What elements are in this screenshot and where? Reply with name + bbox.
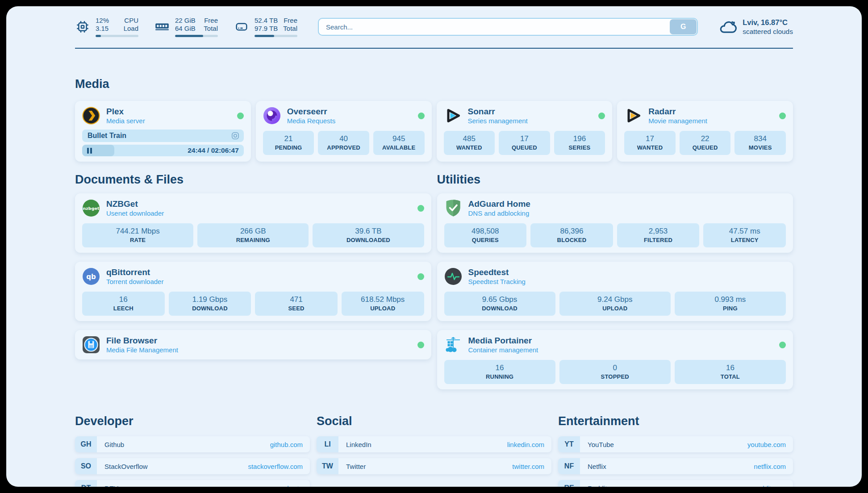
- pause-icon[interactable]: [87, 148, 92, 154]
- app-card-overseerr[interactable]: OverseerrMedia Requests21PENDING40APPROV…: [256, 101, 432, 162]
- app-stats-row: 485WANTED17QUEUED196SERIES: [444, 131, 605, 155]
- app-card-adguard-home[interactable]: AdGuard HomeDNS and adblocking498,508QUE…: [437, 193, 793, 253]
- stat-label: DOWNLOAD: [446, 305, 554, 312]
- stat-label: PENDING: [265, 144, 313, 151]
- middle-columns: Documents & Files nzbgetNZBGetUsenet dow…: [75, 162, 793, 389]
- status-dot: [417, 205, 424, 212]
- system-stat-labels: FreeTotal: [283, 17, 297, 33]
- section-title-entertainment: Entertainment: [558, 414, 793, 428]
- playback-progress-bar[interactable]: 24:44 / 02:06:47: [82, 145, 244, 156]
- search-engine-button[interactable]: G: [670, 19, 697, 34]
- stat-value: 1.19 Gbps: [171, 295, 250, 305]
- app-card-header: nzbgetNZBGetUsenet downloader: [82, 199, 424, 217]
- stat-box-downloaded: 39.6 TBDOWNLOADED: [313, 223, 424, 247]
- app-card-radarr[interactable]: RadarrMovie management17WANTED22QUEUED83…: [617, 101, 793, 162]
- section-title-utilities: Utilities: [437, 173, 793, 187]
- stat-label: QUERIES: [446, 236, 525, 244]
- app-card-plex[interactable]: PlexMedia serverBullet Train24:44 / 02:0…: [75, 101, 251, 162]
- app-card-header: SpeedtestSpeedtest Tracking: [444, 267, 786, 286]
- status-dot: [779, 342, 786, 348]
- utilities-section: AdGuard HomeDNS and adblocking498,508QUE…: [437, 193, 793, 389]
- section-title-documents: Documents & Files: [75, 173, 431, 187]
- stat-box-wanted: 17WANTED: [624, 131, 676, 155]
- stat-value: 744.21 Mbps: [84, 226, 192, 236]
- stat-label: DOWNLOADED: [314, 236, 422, 244]
- stat-label: BLOCKED: [532, 236, 611, 244]
- status-dot: [779, 113, 786, 119]
- stat-label: QUEUED: [681, 144, 729, 151]
- stat-value: 22: [681, 134, 729, 144]
- weather-location-temp: Lviv, 16.87°C: [743, 18, 793, 27]
- stat-value: 945: [375, 134, 423, 144]
- link-row-twitter[interactable]: TWTwittertwitter.com: [317, 458, 551, 474]
- stat-box-movies: 834MOVIES: [734, 131, 786, 155]
- stat-value: 266 GB: [199, 226, 307, 236]
- app-card-header: AdGuard HomeDNS and adblocking: [444, 199, 786, 217]
- app-title: Plex: [106, 106, 145, 117]
- app-card-file-browser[interactable]: File BrowserMedia File Management: [75, 330, 431, 359]
- link-row-linkedin[interactable]: LILinkedInlinkedin.com: [317, 436, 551, 452]
- stat-box-blocked: 86,396BLOCKED: [530, 223, 613, 247]
- adguard-icon: [444, 199, 462, 217]
- stat-value: 9.24 Gbps: [561, 295, 669, 305]
- usage-bar-fill: [255, 35, 274, 37]
- stat-box-filtered: 2,953FILTERED: [617, 223, 700, 247]
- app-card-header: RadarrMovie management: [624, 106, 786, 125]
- app-card-qbittorrent[interactable]: qbqBittorrentTorrent downloader16LEECH1.…: [75, 262, 431, 321]
- status-dot: [598, 113, 605, 119]
- link-row-reddit[interactable]: RERedditreddit.com: [558, 480, 793, 487]
- app-subtitle: Media File Management: [106, 346, 178, 354]
- link-row-youtube[interactable]: YTYouTubeyoutube.com: [558, 436, 793, 452]
- stat-label: REMAINING: [199, 236, 307, 244]
- stat-label: RATE: [84, 236, 192, 244]
- link-row-stackoverflow[interactable]: SOStackOverflowstackoverflow.com: [75, 458, 310, 474]
- stat-box-leech: 16LEECH: [82, 292, 165, 316]
- app-subtitle: Container management: [468, 346, 538, 354]
- stat-label: APPROVED: [320, 144, 367, 151]
- system-stat-ram: 22 GiB64 GiBFreeTotal: [154, 17, 218, 37]
- system-stat-cpu: 12%3.15CPULoad: [75, 17, 138, 37]
- app-card-media-portainer[interactable]: Media PortainerContainer management16RUN…: [437, 330, 793, 389]
- app-card-speedtest[interactable]: SpeedtestSpeedtest Tracking9.65 GbpsDOWN…: [437, 262, 793, 321]
- media-session-icon[interactable]: [231, 132, 239, 140]
- link-row-github[interactable]: GHGithubgithub.com: [75, 436, 310, 452]
- stat-label: SERIES: [556, 144, 604, 151]
- link-label: Github: [104, 441, 124, 448]
- app-title: Media Portainer: [468, 335, 538, 346]
- app-card-nzbget[interactable]: nzbgetNZBGetUsenet downloader744.21 Mbps…: [75, 193, 431, 253]
- svg-text:nzbget: nzbget: [83, 206, 100, 211]
- link-url: linkedin.com: [507, 441, 544, 448]
- stat-value: 39.6 TB: [314, 226, 422, 236]
- link-label: DEV: [104, 485, 118, 487]
- usage-bar-fill: [175, 35, 203, 37]
- app-card-titles: OverseerrMedia Requests: [287, 106, 335, 125]
- radarr-icon: [624, 107, 642, 125]
- section-title-developer: Developer: [75, 414, 310, 428]
- stat-value: 196: [556, 134, 604, 144]
- link-url: github.com: [270, 441, 303, 448]
- stat-value: 2,953: [619, 226, 698, 236]
- link-label: Twitter: [346, 463, 366, 470]
- app-title: NZBGet: [106, 199, 164, 209]
- sonarr-icon: [444, 107, 462, 125]
- stat-box-queued: 22QUEUED: [680, 131, 731, 155]
- app-stats-row: 17WANTED22QUEUED834MOVIES: [624, 131, 786, 155]
- app-subtitle: Usenet downloader: [106, 209, 164, 217]
- filebrowser-icon: [82, 336, 100, 354]
- app-subtitle: Movie management: [648, 117, 707, 125]
- link-abbreviation: LI: [317, 436, 338, 452]
- app-card-titles: AdGuard HomeDNS and adblocking: [468, 199, 530, 217]
- utilities-column: Utilities AdGuard HomeDNS and adblocking…: [437, 162, 793, 389]
- weather-condition: scattered clouds: [743, 27, 793, 36]
- system-stat-values: 52.4 TB97.9 TB: [255, 17, 278, 33]
- app-card-sonarr[interactable]: SonarrSeries management485WANTED17QUEUED…: [437, 101, 613, 162]
- system-stat-labels: CPULoad: [124, 17, 138, 33]
- stat-box-upload: 9.24 GbpsUPLOAD: [559, 292, 671, 316]
- stat-value: 21: [265, 134, 313, 144]
- link-row-dev[interactable]: DTDEVdev.to: [75, 480, 310, 487]
- link-list: YTYouTubeyoutube.comNFNetflixnetflix.com…: [558, 436, 793, 487]
- link-label: Netflix: [588, 463, 606, 470]
- search-input[interactable]: [318, 18, 698, 36]
- link-row-netflix[interactable]: NFNetflixnetflix.com: [558, 458, 793, 474]
- stat-box-remaining: 266 GBREMAINING: [197, 223, 309, 247]
